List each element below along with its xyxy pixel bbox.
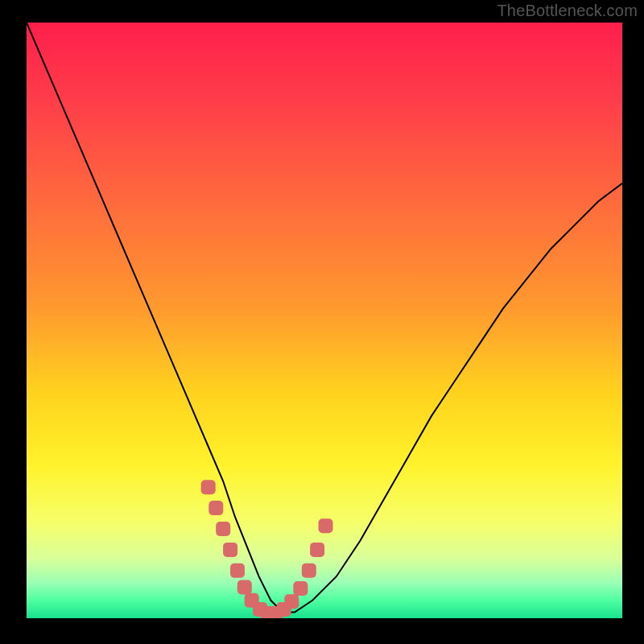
optimal-zone-marker xyxy=(293,581,308,596)
watermark-text: TheBottleneck.com xyxy=(497,2,638,20)
optimal-zone-marker xyxy=(230,564,245,578)
chart-svg xyxy=(0,0,644,644)
optimal-zone-marker xyxy=(201,480,216,494)
optimal-zone-marker xyxy=(216,522,230,536)
optimal-zone-marker xyxy=(302,564,316,578)
optimal-zone-marker xyxy=(223,543,237,557)
optimal-zone-marker xyxy=(319,518,333,533)
optimal-zone-marker xyxy=(237,580,252,595)
chart-frame: TheBottleneck.com xyxy=(0,0,644,644)
optimal-zone-marker xyxy=(310,543,324,557)
optimal-zone-marker xyxy=(208,501,223,515)
optimal-zone-marker xyxy=(284,594,299,609)
